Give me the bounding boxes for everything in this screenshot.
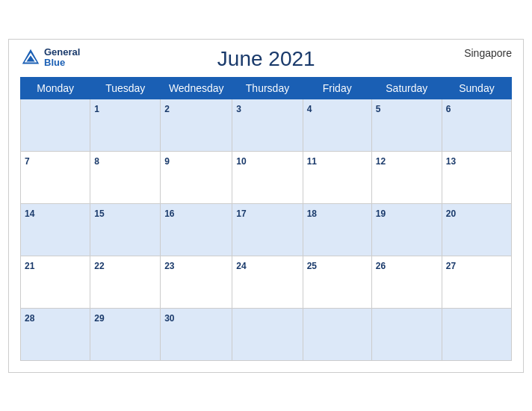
- day-number: 9: [164, 156, 170, 167]
- calendar-table: Monday Tuesday Wednesday Thursday Friday…: [20, 77, 512, 361]
- week-row-4: 282930: [21, 308, 512, 360]
- cell-week2-day1: 15: [90, 203, 161, 256]
- cell-week0-day6: 6: [442, 99, 511, 151]
- cell-week3-day4: 25: [303, 256, 371, 308]
- logo-line2: Blue: [44, 58, 80, 68]
- cell-week2-day5: 19: [371, 203, 442, 256]
- day-number: 12: [376, 156, 386, 167]
- day-number: 5: [376, 104, 381, 114]
- cell-week0-day4: 4: [303, 99, 371, 151]
- cell-week4-day3: [232, 308, 303, 360]
- day-number: 16: [164, 208, 174, 219]
- day-number: 23: [164, 261, 174, 271]
- cell-week4-day4: [303, 308, 371, 360]
- day-number: 26: [376, 261, 386, 271]
- day-number: 17: [236, 208, 246, 219]
- calendar: General Blue June 2021 Singapore Monday …: [8, 39, 524, 373]
- logo: General Blue: [20, 47, 80, 69]
- cell-week1-day5: 12: [371, 151, 442, 203]
- header-thursday: Thursday: [232, 77, 303, 99]
- cell-week4-day0: 28: [21, 308, 90, 360]
- header-saturday: Saturday: [371, 77, 442, 99]
- cell-week2-day3: 17: [232, 203, 303, 256]
- cell-week2-day0: 14: [21, 203, 90, 256]
- cell-week4-day1: 29: [90, 308, 161, 360]
- day-number: 11: [307, 156, 317, 167]
- cell-week1-day0: 7: [21, 151, 90, 203]
- day-number: 20: [446, 208, 456, 219]
- cell-week2-day2: 16: [161, 203, 232, 256]
- day-number: 24: [236, 261, 246, 271]
- header-sunday: Sunday: [442, 77, 511, 99]
- cell-week2-day6: 20: [442, 203, 511, 256]
- week-row-2: 14151617181920: [21, 203, 512, 256]
- day-number: 28: [25, 313, 34, 324]
- cell-week0-day2: 2: [161, 99, 232, 151]
- day-number: 2: [164, 104, 170, 114]
- cell-week4-day6: [442, 308, 511, 360]
- day-number: 3: [236, 104, 241, 114]
- header-tuesday: Tuesday: [90, 77, 161, 99]
- day-number: 6: [446, 104, 451, 114]
- day-number: 22: [94, 261, 104, 271]
- day-number: 15: [94, 208, 104, 219]
- day-number: 10: [236, 156, 246, 167]
- cell-week4-day2: 30: [161, 308, 232, 360]
- header-friday: Friday: [303, 77, 371, 99]
- week-row-0: 123456: [21, 99, 512, 151]
- cell-week3-day5: 26: [371, 256, 442, 308]
- logo-text: General Blue: [44, 47, 80, 69]
- cell-week2-day4: 18: [303, 203, 371, 256]
- day-number: 14: [25, 208, 34, 219]
- cell-week3-day3: 24: [232, 256, 303, 308]
- day-number: 27: [446, 261, 456, 271]
- week-row-3: 21222324252627: [21, 256, 512, 308]
- header-wednesday: Wednesday: [161, 77, 232, 99]
- day-number: 4: [307, 104, 312, 114]
- weekday-header-row: Monday Tuesday Wednesday Thursday Friday…: [21, 77, 512, 99]
- cell-week1-day6: 13: [442, 151, 511, 203]
- cell-week1-day2: 9: [161, 151, 232, 203]
- cell-week1-day4: 11: [303, 151, 371, 203]
- day-number: 1: [94, 104, 99, 114]
- calendar-body: 1234567891011121314151617181920212223242…: [21, 99, 512, 360]
- day-number: 29: [94, 313, 104, 324]
- cell-week3-day6: 27: [442, 256, 511, 308]
- cell-week0-day1: 1: [90, 99, 161, 151]
- cell-week1-day3: 10: [232, 151, 303, 203]
- cell-week4-day5: [371, 308, 442, 360]
- cell-week3-day1: 22: [90, 256, 161, 308]
- cell-week3-day2: 23: [161, 256, 232, 308]
- day-number: 18: [307, 208, 317, 219]
- day-number: 8: [94, 156, 99, 167]
- cell-week1-day1: 8: [90, 151, 161, 203]
- calendar-title: June 2021: [80, 47, 452, 71]
- logo-line1: General: [44, 47, 80, 58]
- logo-icon: [20, 47, 41, 68]
- cell-week0-day5: 5: [371, 99, 442, 151]
- week-row-1: 78910111213: [21, 151, 512, 203]
- day-number: 19: [376, 208, 386, 219]
- header-monday: Monday: [21, 77, 90, 99]
- cell-week0-day3: 3: [232, 99, 303, 151]
- day-number: 21: [25, 261, 34, 271]
- calendar-header: General Blue June 2021 Singapore: [20, 47, 512, 71]
- cell-week3-day0: 21: [21, 256, 90, 308]
- day-number: 13: [446, 156, 456, 167]
- cell-week0-day0: [21, 99, 90, 151]
- day-number: 7: [25, 156, 30, 167]
- day-number: 30: [164, 313, 174, 324]
- location-label: Singapore: [452, 47, 512, 59]
- day-number: 25: [307, 261, 317, 271]
